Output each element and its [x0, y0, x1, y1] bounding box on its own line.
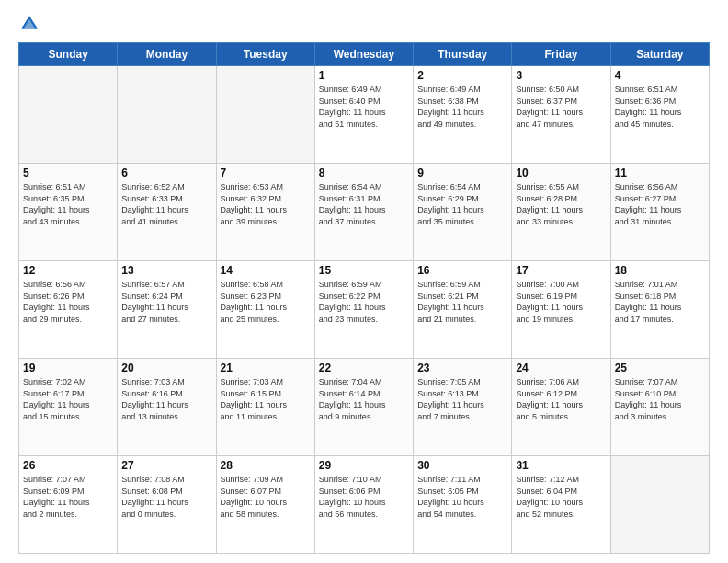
day-info: Sunrise: 6:51 AM Sunset: 6:36 PM Dayligh…	[615, 84, 705, 130]
day-info: Sunrise: 6:50 AM Sunset: 6:37 PM Dayligh…	[516, 84, 606, 130]
day-number: 6	[121, 167, 211, 179]
day-info: Sunrise: 6:56 AM Sunset: 6:27 PM Dayligh…	[615, 181, 705, 227]
calendar-cell: 23Sunrise: 7:05 AM Sunset: 6:13 PM Dayli…	[414, 359, 512, 456]
weekday-header-row: SundayMondayTuesdayWednesdayThursdayFrid…	[19, 43, 710, 66]
calendar-table: SundayMondayTuesdayWednesdayThursdayFrid…	[18, 42, 710, 554]
day-info: Sunrise: 7:10 AM Sunset: 6:06 PM Dayligh…	[319, 474, 409, 520]
calendar-cell: 9Sunrise: 6:54 AM Sunset: 6:29 PM Daylig…	[414, 164, 512, 261]
day-info: Sunrise: 6:52 AM Sunset: 6:33 PM Dayligh…	[121, 181, 211, 227]
weekday-header: Friday	[512, 43, 610, 66]
day-number: 28	[221, 459, 311, 472]
day-info: Sunrise: 6:57 AM Sunset: 6:24 PM Dayligh…	[121, 279, 211, 325]
weekday-header: Tuesday	[216, 43, 314, 66]
calendar-cell: 15Sunrise: 6:59 AM Sunset: 6:22 PM Dayli…	[314, 261, 413, 359]
day-info: Sunrise: 7:05 AM Sunset: 6:13 PM Dayligh…	[417, 376, 507, 422]
day-number: 18	[615, 264, 705, 277]
calendar-cell: 5Sunrise: 6:51 AM Sunset: 6:35 PM Daylig…	[19, 164, 118, 261]
day-number: 4	[615, 69, 705, 82]
day-number: 8	[319, 167, 409, 179]
day-number: 24	[516, 362, 606, 374]
calendar-week-row: 1Sunrise: 6:49 AM Sunset: 6:40 PM Daylig…	[19, 66, 710, 164]
day-number: 14	[221, 264, 311, 277]
calendar-cell: 11Sunrise: 6:56 AM Sunset: 6:27 PM Dayli…	[610, 164, 709, 261]
calendar-cell: 8Sunrise: 6:54 AM Sunset: 6:31 PM Daylig…	[314, 164, 413, 261]
day-number: 26	[23, 459, 113, 472]
day-number: 7	[221, 167, 311, 179]
calendar-cell: 24Sunrise: 7:06 AM Sunset: 6:12 PM Dayli…	[512, 359, 610, 456]
day-number: 1	[319, 69, 409, 82]
weekday-header: Sunday	[19, 43, 118, 66]
calendar-cell: 12Sunrise: 6:56 AM Sunset: 6:26 PM Dayli…	[19, 261, 118, 359]
day-number: 21	[221, 362, 311, 374]
calendar-cell: 4Sunrise: 6:51 AM Sunset: 6:36 PM Daylig…	[610, 66, 709, 164]
calendar-cell: 1Sunrise: 6:49 AM Sunset: 6:40 PM Daylig…	[314, 66, 413, 164]
calendar-cell	[19, 66, 118, 164]
calendar-cell: 18Sunrise: 7:01 AM Sunset: 6:18 PM Dayli…	[610, 261, 709, 359]
calendar-cell: 30Sunrise: 7:11 AM Sunset: 6:05 PM Dayli…	[414, 456, 512, 554]
calendar-week-row: 5Sunrise: 6:51 AM Sunset: 6:35 PM Daylig…	[19, 164, 710, 261]
day-number: 13	[121, 264, 211, 277]
day-number: 10	[516, 167, 606, 179]
day-number: 23	[417, 362, 507, 374]
calendar-cell: 20Sunrise: 7:03 AM Sunset: 6:16 PM Dayli…	[118, 359, 216, 456]
calendar-cell: 29Sunrise: 7:10 AM Sunset: 6:06 PM Dayli…	[314, 456, 413, 554]
day-info: Sunrise: 7:01 AM Sunset: 6:18 PM Dayligh…	[615, 279, 705, 325]
calendar-cell: 16Sunrise: 6:59 AM Sunset: 6:21 PM Dayli…	[414, 261, 512, 359]
weekday-header: Thursday	[414, 43, 512, 66]
calendar-cell: 17Sunrise: 7:00 AM Sunset: 6:19 PM Dayli…	[512, 261, 610, 359]
day-number: 2	[417, 69, 507, 82]
logo-icon	[20, 15, 39, 33]
day-number: 19	[23, 362, 113, 374]
day-number: 11	[615, 167, 705, 179]
day-number: 5	[23, 167, 113, 179]
day-info: Sunrise: 7:03 AM Sunset: 6:16 PM Dayligh…	[121, 376, 211, 422]
calendar-cell: 28Sunrise: 7:09 AM Sunset: 6:07 PM Dayli…	[216, 456, 314, 554]
calendar-cell	[118, 66, 216, 164]
day-info: Sunrise: 6:49 AM Sunset: 6:38 PM Dayligh…	[417, 84, 507, 130]
calendar-week-row: 12Sunrise: 6:56 AM Sunset: 6:26 PM Dayli…	[19, 261, 710, 359]
day-info: Sunrise: 7:09 AM Sunset: 6:07 PM Dayligh…	[221, 474, 311, 520]
calendar-week-row: 26Sunrise: 7:07 AM Sunset: 6:09 PM Dayli…	[19, 456, 710, 554]
day-info: Sunrise: 6:54 AM Sunset: 6:29 PM Dayligh…	[417, 181, 507, 227]
calendar-cell: 19Sunrise: 7:02 AM Sunset: 6:17 PM Dayli…	[19, 359, 118, 456]
day-info: Sunrise: 7:07 AM Sunset: 6:09 PM Dayligh…	[23, 474, 113, 520]
day-info: Sunrise: 7:03 AM Sunset: 6:15 PM Dayligh…	[221, 376, 311, 422]
day-info: Sunrise: 7:08 AM Sunset: 6:08 PM Dayligh…	[121, 474, 211, 520]
day-number: 31	[516, 459, 606, 472]
logo	[18, 15, 39, 33]
day-info: Sunrise: 6:55 AM Sunset: 6:28 PM Dayligh…	[516, 181, 606, 227]
day-info: Sunrise: 7:02 AM Sunset: 6:17 PM Dayligh…	[23, 376, 113, 422]
day-number: 12	[23, 264, 113, 277]
calendar-cell: 14Sunrise: 6:58 AM Sunset: 6:23 PM Dayli…	[216, 261, 314, 359]
weekday-header: Monday	[118, 43, 216, 66]
header	[18, 15, 710, 33]
calendar-cell: 7Sunrise: 6:53 AM Sunset: 6:32 PM Daylig…	[216, 164, 314, 261]
calendar-cell: 26Sunrise: 7:07 AM Sunset: 6:09 PM Dayli…	[19, 456, 118, 554]
day-number: 29	[319, 459, 409, 472]
day-info: Sunrise: 6:59 AM Sunset: 6:22 PM Dayligh…	[319, 279, 409, 325]
day-number: 22	[319, 362, 409, 374]
day-info: Sunrise: 6:54 AM Sunset: 6:31 PM Dayligh…	[319, 181, 409, 227]
calendar-cell: 22Sunrise: 7:04 AM Sunset: 6:14 PM Dayli…	[314, 359, 413, 456]
page: SundayMondayTuesdayWednesdayThursdayFrid…	[0, 0, 728, 563]
day-number: 20	[121, 362, 211, 374]
day-number: 25	[615, 362, 705, 374]
day-info: Sunrise: 7:12 AM Sunset: 6:04 PM Dayligh…	[516, 474, 606, 520]
day-info: Sunrise: 7:04 AM Sunset: 6:14 PM Dayligh…	[319, 376, 409, 422]
day-info: Sunrise: 6:56 AM Sunset: 6:26 PM Dayligh…	[23, 279, 113, 325]
calendar-cell: 21Sunrise: 7:03 AM Sunset: 6:15 PM Dayli…	[216, 359, 314, 456]
calendar-cell	[216, 66, 314, 164]
day-number: 27	[121, 459, 211, 472]
calendar-cell: 13Sunrise: 6:57 AM Sunset: 6:24 PM Dayli…	[118, 261, 216, 359]
day-number: 3	[516, 69, 606, 82]
day-number: 30	[417, 459, 507, 472]
day-info: Sunrise: 6:49 AM Sunset: 6:40 PM Dayligh…	[319, 84, 409, 130]
day-info: Sunrise: 7:06 AM Sunset: 6:12 PM Dayligh…	[516, 376, 606, 422]
day-info: Sunrise: 6:58 AM Sunset: 6:23 PM Dayligh…	[221, 279, 311, 325]
day-info: Sunrise: 7:00 AM Sunset: 6:19 PM Dayligh…	[516, 279, 606, 325]
day-number: 9	[417, 167, 507, 179]
calendar-cell: 3Sunrise: 6:50 AM Sunset: 6:37 PM Daylig…	[512, 66, 610, 164]
calendar-cell: 25Sunrise: 7:07 AM Sunset: 6:10 PM Dayli…	[610, 359, 709, 456]
calendar-cell: 27Sunrise: 7:08 AM Sunset: 6:08 PM Dayli…	[118, 456, 216, 554]
day-info: Sunrise: 6:51 AM Sunset: 6:35 PM Dayligh…	[23, 181, 113, 227]
